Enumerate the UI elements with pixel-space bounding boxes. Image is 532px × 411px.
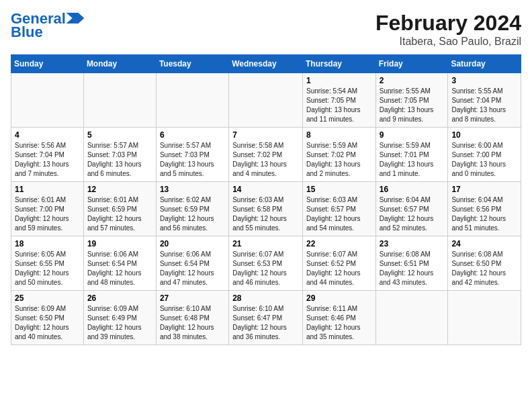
day-info: Sunrise: 6:05 AM Sunset: 6:55 PM Dayligh… bbox=[15, 250, 80, 287]
page-header: General Blue February 2024 Itabera, Sao … bbox=[11, 11, 521, 48]
calendar-cell: 10Sunrise: 6:00 AM Sunset: 7:00 PM Dayli… bbox=[448, 128, 521, 182]
calendar-cell: 27Sunrise: 6:10 AM Sunset: 6:48 PM Dayli… bbox=[156, 291, 228, 345]
calendar-cell: 1Sunrise: 5:54 AM Sunset: 7:05 PM Daylig… bbox=[302, 73, 375, 128]
day-number: 6 bbox=[160, 130, 225, 140]
weekday-header-thursday: Thursday bbox=[302, 55, 375, 73]
day-info: Sunrise: 5:54 AM Sunset: 7:05 PM Dayligh… bbox=[306, 87, 372, 124]
day-number: 29 bbox=[306, 293, 372, 303]
weekday-header-friday: Friday bbox=[375, 55, 448, 73]
page-subtitle: Itabera, Sao Paulo, Brazil bbox=[375, 36, 521, 48]
calendar-cell: 16Sunrise: 6:04 AM Sunset: 6:57 PM Dayli… bbox=[375, 182, 448, 236]
calendar-cell bbox=[375, 291, 448, 345]
day-number: 2 bbox=[380, 76, 445, 85]
title-block: February 2024 Itabera, Sao Paulo, Brazil bbox=[375, 11, 521, 48]
day-number: 28 bbox=[232, 293, 299, 303]
calendar-cell: 7Sunrise: 5:58 AM Sunset: 7:02 PM Daylig… bbox=[229, 128, 303, 182]
day-info: Sunrise: 6:08 AM Sunset: 6:51 PM Dayligh… bbox=[380, 250, 445, 287]
calendar-cell: 22Sunrise: 6:07 AM Sunset: 6:52 PM Dayli… bbox=[302, 236, 375, 291]
calendar-cell: 14Sunrise: 6:03 AM Sunset: 6:58 PM Dayli… bbox=[229, 182, 303, 236]
day-number: 24 bbox=[451, 239, 517, 248]
day-info: Sunrise: 6:03 AM Sunset: 6:57 PM Dayligh… bbox=[306, 195, 372, 233]
day-number: 7 bbox=[232, 130, 299, 140]
day-info: Sunrise: 6:00 AM Sunset: 7:00 PM Dayligh… bbox=[451, 141, 517, 179]
day-number: 18 bbox=[15, 239, 80, 248]
calendar-cell: 26Sunrise: 6:09 AM Sunset: 6:49 PM Dayli… bbox=[83, 291, 156, 345]
svg-marker-0 bbox=[66, 13, 85, 24]
weekday-header-sunday: Sunday bbox=[11, 55, 84, 73]
calendar-cell bbox=[448, 291, 521, 345]
day-number: 8 bbox=[306, 130, 372, 140]
calendar-cell bbox=[83, 73, 156, 128]
calendar-cell: 11Sunrise: 6:01 AM Sunset: 7:00 PM Dayli… bbox=[11, 182, 84, 236]
calendar-cell: 20Sunrise: 6:06 AM Sunset: 6:54 PM Dayli… bbox=[156, 236, 228, 291]
day-number: 27 bbox=[160, 293, 225, 303]
day-info: Sunrise: 6:11 AM Sunset: 6:46 PM Dayligh… bbox=[306, 304, 372, 342]
day-info: Sunrise: 5:56 AM Sunset: 7:04 PM Dayligh… bbox=[15, 141, 80, 179]
calendar-cell: 9Sunrise: 5:59 AM Sunset: 7:01 PM Daylig… bbox=[375, 128, 448, 182]
calendar-table: SundayMondayTuesdayWednesdayThursdayFrid… bbox=[11, 54, 521, 345]
day-info: Sunrise: 6:09 AM Sunset: 6:50 PM Dayligh… bbox=[15, 304, 80, 342]
calendar-cell bbox=[229, 73, 303, 128]
calendar-cell: 6Sunrise: 5:57 AM Sunset: 7:03 PM Daylig… bbox=[156, 128, 228, 182]
weekday-header-saturday: Saturday bbox=[448, 55, 521, 73]
day-number: 19 bbox=[87, 239, 152, 248]
calendar-cell: 17Sunrise: 6:04 AM Sunset: 6:56 PM Dayli… bbox=[448, 182, 521, 236]
weekday-header-monday: Monday bbox=[83, 55, 156, 73]
day-info: Sunrise: 6:04 AM Sunset: 6:57 PM Dayligh… bbox=[380, 195, 445, 233]
day-info: Sunrise: 5:58 AM Sunset: 7:02 PM Dayligh… bbox=[232, 141, 299, 179]
day-info: Sunrise: 5:57 AM Sunset: 7:03 PM Dayligh… bbox=[160, 141, 225, 179]
calendar-cell: 12Sunrise: 6:01 AM Sunset: 6:59 PM Dayli… bbox=[83, 182, 156, 236]
day-number: 16 bbox=[380, 185, 445, 194]
day-info: Sunrise: 6:07 AM Sunset: 6:52 PM Dayligh… bbox=[306, 250, 372, 287]
calendar-cell: 28Sunrise: 6:10 AM Sunset: 6:47 PM Dayli… bbox=[229, 291, 303, 345]
day-number: 9 bbox=[380, 130, 445, 140]
weekday-header-wednesday: Wednesday bbox=[229, 55, 303, 73]
calendar-cell: 25Sunrise: 6:09 AM Sunset: 6:50 PM Dayli… bbox=[11, 291, 84, 345]
day-info: Sunrise: 6:02 AM Sunset: 6:59 PM Dayligh… bbox=[160, 195, 225, 233]
day-info: Sunrise: 6:10 AM Sunset: 6:48 PM Dayligh… bbox=[160, 304, 225, 342]
page-title: February 2024 bbox=[375, 11, 521, 36]
day-number: 3 bbox=[451, 76, 517, 85]
calendar-cell: 18Sunrise: 6:05 AM Sunset: 6:55 PM Dayli… bbox=[11, 236, 84, 291]
day-info: Sunrise: 6:04 AM Sunset: 6:56 PM Dayligh… bbox=[451, 195, 517, 233]
calendar-cell: 5Sunrise: 5:57 AM Sunset: 7:03 PM Daylig… bbox=[83, 128, 156, 182]
logo: General Blue bbox=[11, 11, 85, 40]
weekday-header-tuesday: Tuesday bbox=[156, 55, 228, 73]
calendar-cell: 15Sunrise: 6:03 AM Sunset: 6:57 PM Dayli… bbox=[302, 182, 375, 236]
day-info: Sunrise: 5:59 AM Sunset: 7:02 PM Dayligh… bbox=[306, 141, 372, 179]
day-info: Sunrise: 6:08 AM Sunset: 6:50 PM Dayligh… bbox=[451, 250, 517, 287]
day-number: 14 bbox=[232, 185, 299, 194]
calendar-cell: 3Sunrise: 5:55 AM Sunset: 7:04 PM Daylig… bbox=[448, 73, 521, 128]
day-info: Sunrise: 6:10 AM Sunset: 6:47 PM Dayligh… bbox=[232, 304, 299, 342]
day-info: Sunrise: 6:06 AM Sunset: 6:54 PM Dayligh… bbox=[87, 250, 152, 287]
calendar-cell: 24Sunrise: 6:08 AM Sunset: 6:50 PM Dayli… bbox=[448, 236, 521, 291]
day-number: 21 bbox=[232, 239, 299, 248]
calendar-cell: 21Sunrise: 6:07 AM Sunset: 6:53 PM Dayli… bbox=[229, 236, 303, 291]
day-number: 25 bbox=[15, 293, 80, 303]
day-info: Sunrise: 5:55 AM Sunset: 7:04 PM Dayligh… bbox=[451, 87, 517, 124]
day-info: Sunrise: 6:09 AM Sunset: 6:49 PM Dayligh… bbox=[87, 304, 152, 342]
day-number: 26 bbox=[87, 293, 152, 303]
day-number: 23 bbox=[380, 239, 445, 248]
calendar-cell: 13Sunrise: 6:02 AM Sunset: 6:59 PM Dayli… bbox=[156, 182, 228, 236]
calendar-cell: 8Sunrise: 5:59 AM Sunset: 7:02 PM Daylig… bbox=[302, 128, 375, 182]
day-info: Sunrise: 6:07 AM Sunset: 6:53 PM Dayligh… bbox=[232, 250, 299, 287]
day-number: 22 bbox=[306, 239, 372, 248]
day-number: 11 bbox=[15, 185, 80, 194]
day-number: 4 bbox=[15, 130, 80, 140]
day-number: 15 bbox=[306, 185, 372, 194]
day-info: Sunrise: 6:03 AM Sunset: 6:58 PM Dayligh… bbox=[232, 195, 299, 233]
day-number: 10 bbox=[451, 130, 517, 140]
logo-subtext: Blue bbox=[11, 24, 43, 40]
calendar-cell bbox=[156, 73, 228, 128]
logo-icon bbox=[66, 13, 85, 24]
calendar-cell: 19Sunrise: 6:06 AM Sunset: 6:54 PM Dayli… bbox=[83, 236, 156, 291]
day-number: 20 bbox=[160, 239, 225, 248]
calendar-cell bbox=[11, 73, 84, 128]
calendar-cell: 29Sunrise: 6:11 AM Sunset: 6:46 PM Dayli… bbox=[302, 291, 375, 345]
day-number: 1 bbox=[306, 76, 372, 85]
calendar-cell: 2Sunrise: 5:55 AM Sunset: 7:05 PM Daylig… bbox=[375, 73, 448, 128]
day-info: Sunrise: 6:06 AM Sunset: 6:54 PM Dayligh… bbox=[160, 250, 225, 287]
calendar-cell: 23Sunrise: 6:08 AM Sunset: 6:51 PM Dayli… bbox=[375, 236, 448, 291]
day-info: Sunrise: 6:01 AM Sunset: 6:59 PM Dayligh… bbox=[87, 195, 152, 233]
